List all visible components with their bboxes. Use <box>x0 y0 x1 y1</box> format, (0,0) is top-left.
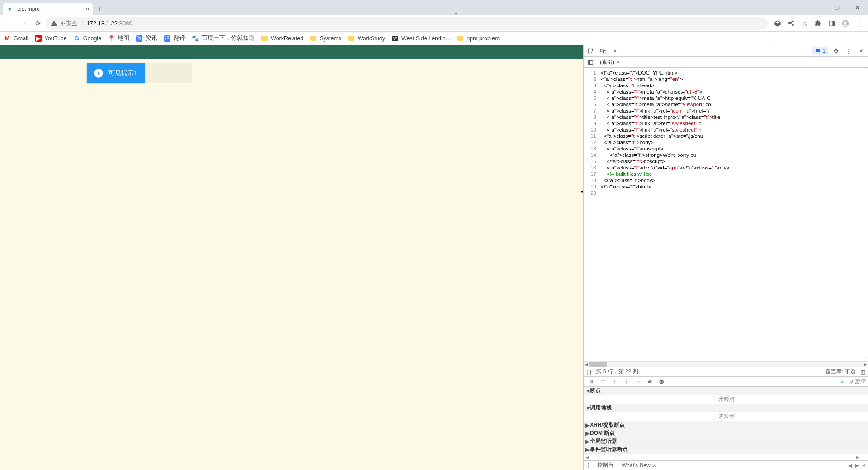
pane-xhr[interactable]: ▶XHR/提取断点 <box>584 421 868 429</box>
svg-rect-14 <box>662 381 663 382</box>
svg-rect-13 <box>660 381 661 382</box>
pane-event[interactable]: ▶事件监听器断点 <box>584 446 868 454</box>
profile-button[interactable] <box>839 17 852 30</box>
triangle-right-icon: ▶ <box>585 430 590 437</box>
bookmark-item[interactable]: 资资讯 <box>136 34 157 42</box>
pause-button[interactable] <box>586 379 595 385</box>
tab-title: test-inpro <box>17 6 82 12</box>
deactivate-breakpoints-button[interactable] <box>645 379 654 385</box>
step-over-button[interactable] <box>598 379 607 385</box>
drawer-close-icon[interactable]: ✕ <box>862 462 866 469</box>
drawer-next-icon[interactable]: ▶ <box>855 462 859 469</box>
devtools-menu-button[interactable]: ⋮ <box>844 46 854 56</box>
bookmark-item[interactable]: WorkStudy <box>348 35 385 42</box>
close-source-tab-icon[interactable]: ✕ <box>616 60 620 65</box>
pause-exceptions-button[interactable] <box>657 379 666 385</box>
source-code[interactable]: <!"a">class="t">DOCTYPE html><"a">class=… <box>599 68 868 361</box>
pretty-print-button[interactable]: { } <box>586 369 591 375</box>
devtools-toolbar: » 1 ⋮ ✕ <box>584 45 868 57</box>
not-secure-badge[interactable]: 不安全 <box>51 19 78 28</box>
browser-tab[interactable]: ▼ test-inpro ✕ <box>3 3 93 15</box>
maps-icon: 📍 <box>108 35 115 42</box>
triangle-down-icon: ▼ <box>585 388 590 394</box>
bookmark-item[interactable]: 📍地图 <box>108 34 129 42</box>
folder-icon <box>310 35 317 42</box>
bookmark-item[interactable]: WWest Side Lendin... <box>392 35 450 42</box>
devtools-settings-button[interactable] <box>831 46 841 56</box>
new-tab-button[interactable]: ＋ <box>93 3 106 15</box>
scroll-right-icon[interactable]: ▶ <box>863 362 868 367</box>
folder-icon <box>457 35 464 42</box>
drawer-tab-console[interactable]: 控制台 <box>595 461 615 469</box>
bookmark-item[interactable]: npm problem <box>457 35 500 42</box>
devtools-close-button[interactable]: ✕ <box>856 46 866 56</box>
youtube-icon: ▶ <box>35 35 42 42</box>
step-out-button[interactable] <box>622 379 631 385</box>
bookmark-item[interactable]: Systems <box>310 35 341 42</box>
close-window-button[interactable]: ✕ <box>847 0 868 15</box>
extensions-button[interactable] <box>812 17 825 30</box>
message-icon <box>815 48 821 54</box>
drawer-tab-whatsnew[interactable]: What's New✕ <box>620 462 658 469</box>
scroll-left-icon[interactable]: ◀ <box>584 362 589 367</box>
debugger-more-button[interactable]: » <box>840 378 844 385</box>
pane-breakpoints[interactable]: ▼断点 <box>584 387 868 395</box>
pane-global[interactable]: ▶全局监听器 <box>584 437 868 446</box>
pane-scrollbar[interactable]: ◀▶˅ <box>584 454 868 460</box>
share-button[interactable] <box>785 17 797 30</box>
device-toolbar-button[interactable] <box>598 46 608 56</box>
trans-icon: 译 <box>164 35 171 42</box>
pane-callstack-empty: 未暂停 <box>584 412 868 421</box>
pane-dom[interactable]: ▶DOM 断点 <box>584 429 868 437</box>
pane-callstack[interactable]: ▼调用堆栈 <box>584 404 868 412</box>
bookmark-label: West Side Lendin... <box>401 35 450 42</box>
gmail-icon: M <box>4 35 11 42</box>
bookmark-item[interactable]: 🐾百度一下，你就知道 <box>192 34 255 42</box>
bookmark-item[interactable]: MGmail <box>4 35 28 42</box>
scroll-right-icon[interactable]: ▶ <box>856 455 859 460</box>
side-panel-button[interactable] <box>826 17 838 30</box>
svg-point-3 <box>844 21 846 24</box>
navigator-toggle-button[interactable] <box>585 57 595 67</box>
nav-forward-button[interactable]: → <box>17 17 30 30</box>
nav-back-button[interactable]: ← <box>3 17 15 30</box>
scroll-down-icon[interactable]: ˅ <box>864 455 866 460</box>
scroll-down-icon: ˅ <box>866 357 868 361</box>
svg-point-11 <box>639 381 640 382</box>
source-tab-index[interactable]: (索引) ✕ <box>598 57 622 67</box>
close-drawer-tab-icon[interactable]: ✕ <box>652 463 656 468</box>
more-tabs-button[interactable]: » <box>611 45 619 56</box>
issues-badge[interactable]: 1 <box>812 47 828 55</box>
bookmark-item[interactable]: 译翻译 <box>164 34 185 42</box>
coverage-toggle-icon[interactable]: ▥ <box>860 369 865 375</box>
bookmark-star-button[interactable]: ☆ <box>798 17 811 30</box>
close-tab-icon[interactable]: ✕ <box>85 6 90 12</box>
chrome-menu-button[interactable]: ⋮ <box>853 17 865 30</box>
step-into-button[interactable] <box>610 379 619 385</box>
scroll-up-icon: ˄ <box>866 68 868 72</box>
issue-count: 1 <box>822 48 826 54</box>
reload-button[interactable]: ⟳ <box>32 17 44 30</box>
omnibox[interactable]: 不安全 | 172.18.1.22:8080 <box>46 17 768 30</box>
translate-button[interactable] <box>771 17 784 30</box>
editor-hscrollbar[interactable]: ◀ ▶ <box>584 361 868 367</box>
tab-search-button[interactable]: ⌄ <box>449 9 462 15</box>
window-controls: ― ▢ ✕ <box>806 0 868 15</box>
scroll-left-icon[interactable]: ◀ <box>585 455 589 460</box>
bookmark-item[interactable]: ▶YouTube <box>35 35 67 42</box>
drawer-menu-button[interactable]: ⋮ <box>585 462 591 469</box>
bookmark-label: WorkRelated <box>271 35 303 42</box>
svg-point-9 <box>614 383 615 384</box>
info-alert[interactable]: i 可见提示1 <box>87 63 145 83</box>
cursor-position: 第 5 行，第 22 列 <box>596 368 638 376</box>
source-editor[interactable]: 1234567891011121314151617181920 <!"a">cl… <box>584 68 868 361</box>
bookmark-item[interactable]: GGoogle <box>73 35 101 42</box>
editor-statusbar: { } 第 5 行，第 22 列 覆盖率: 不适 ▥ <box>584 367 868 376</box>
maximize-button[interactable]: ▢ <box>826 0 847 15</box>
scrollbar-thumb[interactable] <box>589 362 607 367</box>
minimize-button[interactable]: ― <box>806 0 826 15</box>
step-button[interactable] <box>633 379 642 385</box>
inspect-element-button[interactable] <box>585 46 595 56</box>
drawer-prev-icon[interactable]: ◀ <box>848 462 852 469</box>
bookmark-item[interactable]: WorkRelated <box>261 35 303 42</box>
